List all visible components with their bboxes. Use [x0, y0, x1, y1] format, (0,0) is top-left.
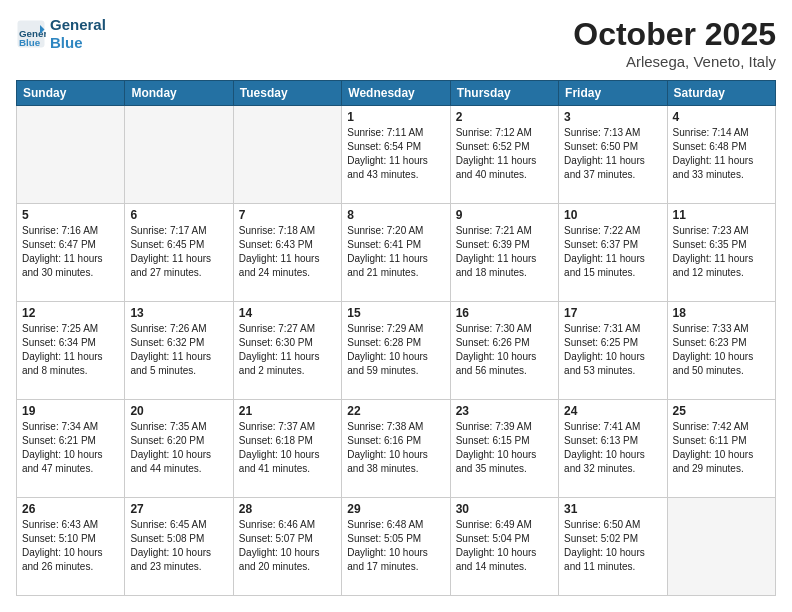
calendar-cell: 25Sunrise: 7:42 AMSunset: 6:11 PMDayligh… [667, 400, 775, 498]
calendar-cell: 26Sunrise: 6:43 AMSunset: 5:10 PMDayligh… [17, 498, 125, 596]
day-number: 6 [130, 208, 227, 222]
weekday-header-sunday: Sunday [17, 81, 125, 106]
weekday-header-row: SundayMondayTuesdayWednesdayThursdayFrid… [17, 81, 776, 106]
location: Arlesega, Veneto, Italy [573, 53, 776, 70]
day-number: 10 [564, 208, 661, 222]
day-number: 21 [239, 404, 336, 418]
header: General Blue General Blue October 2025 A… [16, 16, 776, 70]
day-info: Sunrise: 7:20 AMSunset: 6:41 PMDaylight:… [347, 224, 444, 280]
calendar-cell: 2Sunrise: 7:12 AMSunset: 6:52 PMDaylight… [450, 106, 558, 204]
calendar-cell: 9Sunrise: 7:21 AMSunset: 6:39 PMDaylight… [450, 204, 558, 302]
day-info: Sunrise: 7:42 AMSunset: 6:11 PMDaylight:… [673, 420, 770, 476]
day-info: Sunrise: 7:23 AMSunset: 6:35 PMDaylight:… [673, 224, 770, 280]
calendar-cell [233, 106, 341, 204]
week-row-2: 5Sunrise: 7:16 AMSunset: 6:47 PMDaylight… [17, 204, 776, 302]
calendar-cell: 19Sunrise: 7:34 AMSunset: 6:21 PMDayligh… [17, 400, 125, 498]
weekday-header-wednesday: Wednesday [342, 81, 450, 106]
calendar-cell: 30Sunrise: 6:49 AMSunset: 5:04 PMDayligh… [450, 498, 558, 596]
day-info: Sunrise: 7:31 AMSunset: 6:25 PMDaylight:… [564, 322, 661, 378]
calendar-cell: 13Sunrise: 7:26 AMSunset: 6:32 PMDayligh… [125, 302, 233, 400]
day-number: 7 [239, 208, 336, 222]
calendar-cell: 6Sunrise: 7:17 AMSunset: 6:45 PMDaylight… [125, 204, 233, 302]
day-number: 2 [456, 110, 553, 124]
calendar-cell: 22Sunrise: 7:38 AMSunset: 6:16 PMDayligh… [342, 400, 450, 498]
day-info: Sunrise: 7:37 AMSunset: 6:18 PMDaylight:… [239, 420, 336, 476]
day-info: Sunrise: 7:25 AMSunset: 6:34 PMDaylight:… [22, 322, 119, 378]
day-number: 27 [130, 502, 227, 516]
day-info: Sunrise: 6:50 AMSunset: 5:02 PMDaylight:… [564, 518, 661, 574]
day-info: Sunrise: 7:16 AMSunset: 6:47 PMDaylight:… [22, 224, 119, 280]
calendar-cell: 12Sunrise: 7:25 AMSunset: 6:34 PMDayligh… [17, 302, 125, 400]
calendar-cell: 20Sunrise: 7:35 AMSunset: 6:20 PMDayligh… [125, 400, 233, 498]
day-number: 1 [347, 110, 444, 124]
page: General Blue General Blue October 2025 A… [0, 0, 792, 612]
day-info: Sunrise: 6:48 AMSunset: 5:05 PMDaylight:… [347, 518, 444, 574]
calendar-cell: 16Sunrise: 7:30 AMSunset: 6:26 PMDayligh… [450, 302, 558, 400]
calendar-cell: 24Sunrise: 7:41 AMSunset: 6:13 PMDayligh… [559, 400, 667, 498]
calendar-cell: 3Sunrise: 7:13 AMSunset: 6:50 PMDaylight… [559, 106, 667, 204]
day-info: Sunrise: 7:35 AMSunset: 6:20 PMDaylight:… [130, 420, 227, 476]
calendar-cell [17, 106, 125, 204]
weekday-header-tuesday: Tuesday [233, 81, 341, 106]
calendar-cell [125, 106, 233, 204]
day-number: 8 [347, 208, 444, 222]
calendar-cell: 10Sunrise: 7:22 AMSunset: 6:37 PMDayligh… [559, 204, 667, 302]
month-title: October 2025 [573, 16, 776, 53]
day-number: 18 [673, 306, 770, 320]
day-number: 11 [673, 208, 770, 222]
logo-general: General [50, 16, 106, 33]
day-info: Sunrise: 7:33 AMSunset: 6:23 PMDaylight:… [673, 322, 770, 378]
weekday-header-friday: Friday [559, 81, 667, 106]
week-row-5: 26Sunrise: 6:43 AMSunset: 5:10 PMDayligh… [17, 498, 776, 596]
calendar-cell: 18Sunrise: 7:33 AMSunset: 6:23 PMDayligh… [667, 302, 775, 400]
day-info: Sunrise: 7:29 AMSunset: 6:28 PMDaylight:… [347, 322, 444, 378]
calendar-cell: 4Sunrise: 7:14 AMSunset: 6:48 PMDaylight… [667, 106, 775, 204]
day-number: 17 [564, 306, 661, 320]
calendar-cell: 29Sunrise: 6:48 AMSunset: 5:05 PMDayligh… [342, 498, 450, 596]
day-number: 9 [456, 208, 553, 222]
weekday-header-thursday: Thursday [450, 81, 558, 106]
day-info: Sunrise: 7:41 AMSunset: 6:13 PMDaylight:… [564, 420, 661, 476]
title-block: October 2025 Arlesega, Veneto, Italy [573, 16, 776, 70]
day-info: Sunrise: 7:39 AMSunset: 6:15 PMDaylight:… [456, 420, 553, 476]
day-number: 20 [130, 404, 227, 418]
calendar-cell: 11Sunrise: 7:23 AMSunset: 6:35 PMDayligh… [667, 204, 775, 302]
day-number: 12 [22, 306, 119, 320]
day-number: 14 [239, 306, 336, 320]
week-row-4: 19Sunrise: 7:34 AMSunset: 6:21 PMDayligh… [17, 400, 776, 498]
day-info: Sunrise: 7:27 AMSunset: 6:30 PMDaylight:… [239, 322, 336, 378]
day-number: 4 [673, 110, 770, 124]
week-row-1: 1Sunrise: 7:11 AMSunset: 6:54 PMDaylight… [17, 106, 776, 204]
calendar-table: SundayMondayTuesdayWednesdayThursdayFrid… [16, 80, 776, 596]
day-number: 29 [347, 502, 444, 516]
day-number: 16 [456, 306, 553, 320]
calendar-cell [667, 498, 775, 596]
day-number: 24 [564, 404, 661, 418]
day-info: Sunrise: 6:49 AMSunset: 5:04 PMDaylight:… [456, 518, 553, 574]
day-info: Sunrise: 7:26 AMSunset: 6:32 PMDaylight:… [130, 322, 227, 378]
day-info: Sunrise: 7:11 AMSunset: 6:54 PMDaylight:… [347, 126, 444, 182]
day-number: 15 [347, 306, 444, 320]
day-info: Sunrise: 7:18 AMSunset: 6:43 PMDaylight:… [239, 224, 336, 280]
day-number: 13 [130, 306, 227, 320]
day-number: 23 [456, 404, 553, 418]
logo: General Blue General Blue [16, 16, 106, 52]
day-number: 5 [22, 208, 119, 222]
day-info: Sunrise: 7:12 AMSunset: 6:52 PMDaylight:… [456, 126, 553, 182]
day-info: Sunrise: 7:34 AMSunset: 6:21 PMDaylight:… [22, 420, 119, 476]
logo-icon: General Blue [16, 19, 46, 49]
week-row-3: 12Sunrise: 7:25 AMSunset: 6:34 PMDayligh… [17, 302, 776, 400]
calendar-cell: 14Sunrise: 7:27 AMSunset: 6:30 PMDayligh… [233, 302, 341, 400]
calendar-cell: 1Sunrise: 7:11 AMSunset: 6:54 PMDaylight… [342, 106, 450, 204]
day-info: Sunrise: 6:45 AMSunset: 5:08 PMDaylight:… [130, 518, 227, 574]
calendar-cell: 5Sunrise: 7:16 AMSunset: 6:47 PMDaylight… [17, 204, 125, 302]
day-info: Sunrise: 7:17 AMSunset: 6:45 PMDaylight:… [130, 224, 227, 280]
day-number: 31 [564, 502, 661, 516]
day-number: 3 [564, 110, 661, 124]
day-info: Sunrise: 6:43 AMSunset: 5:10 PMDaylight:… [22, 518, 119, 574]
calendar-cell: 27Sunrise: 6:45 AMSunset: 5:08 PMDayligh… [125, 498, 233, 596]
day-info: Sunrise: 7:38 AMSunset: 6:16 PMDaylight:… [347, 420, 444, 476]
day-info: Sunrise: 7:21 AMSunset: 6:39 PMDaylight:… [456, 224, 553, 280]
calendar-cell: 8Sunrise: 7:20 AMSunset: 6:41 PMDaylight… [342, 204, 450, 302]
weekday-header-monday: Monday [125, 81, 233, 106]
